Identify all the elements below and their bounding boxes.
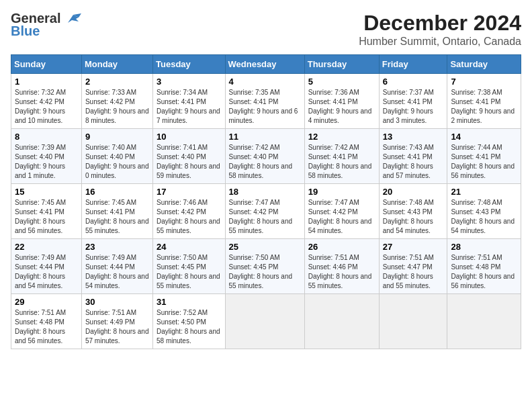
- day-info: Sunrise: 7:35 AMSunset: 4:41 PMDaylight:…: [229, 89, 298, 124]
- col-wednesday: Wednesday: [225, 55, 304, 74]
- day-info: Sunrise: 7:51 AMSunset: 4:46 PMDaylight:…: [308, 254, 372, 289]
- day-number: 13: [383, 132, 444, 142]
- day-info: Sunrise: 7:51 AMSunset: 4:48 PMDaylight:…: [451, 254, 515, 289]
- calendar-title-area: December 2024 Humber Summit, Ontario, Ca…: [359, 11, 521, 48]
- day-info: Sunrise: 7:50 AMSunset: 4:45 PMDaylight:…: [157, 254, 220, 289]
- day-number: 14: [451, 132, 517, 142]
- table-row: 25 Sunrise: 7:50 AMSunset: 4:45 PMDaylig…: [225, 239, 304, 294]
- day-number: 28: [451, 242, 517, 252]
- table-row: 29 Sunrise: 7:51 AMSunset: 4:48 PMDaylig…: [11, 294, 82, 349]
- table-row: 27 Sunrise: 7:51 AMSunset: 4:47 PMDaylig…: [379, 239, 447, 294]
- day-number: 15: [15, 187, 78, 197]
- table-row: [447, 294, 521, 349]
- table-row: 8 Sunrise: 7:39 AMSunset: 4:40 PMDayligh…: [11, 129, 82, 184]
- table-row: 18 Sunrise: 7:47 AMSunset: 4:42 PMDaylig…: [225, 184, 304, 239]
- day-number: 9: [85, 132, 149, 142]
- day-info: Sunrise: 7:43 AMSunset: 4:41 PMDaylight:…: [383, 144, 434, 179]
- table-row: 7 Sunrise: 7:38 AMSunset: 4:41 PMDayligh…: [447, 74, 521, 129]
- day-info: Sunrise: 7:32 AMSunset: 4:42 PMDaylight:…: [15, 89, 66, 124]
- table-row: 20 Sunrise: 7:48 AMSunset: 4:43 PMDaylig…: [379, 184, 447, 239]
- day-number: 10: [157, 132, 221, 142]
- calendar-row: 1 Sunrise: 7:32 AMSunset: 4:42 PMDayligh…: [11, 74, 521, 129]
- day-number: 30: [85, 297, 149, 307]
- logo-blue: Blue: [11, 24, 40, 39]
- col-sunday: Sunday: [11, 55, 82, 74]
- day-number: 11: [229, 132, 301, 142]
- day-number: 16: [85, 187, 149, 197]
- table-row: [225, 294, 304, 349]
- day-info: Sunrise: 7:44 AMSunset: 4:41 PMDaylight:…: [451, 144, 515, 179]
- table-row: 31 Sunrise: 7:52 AMSunset: 4:50 PMDaylig…: [153, 294, 225, 349]
- table-row: 1 Sunrise: 7:32 AMSunset: 4:42 PMDayligh…: [11, 74, 82, 129]
- day-info: Sunrise: 7:39 AMSunset: 4:40 PMDaylight:…: [15, 144, 66, 179]
- day-number: 3: [157, 77, 221, 87]
- day-info: Sunrise: 7:42 AMSunset: 4:40 PMDaylight:…: [229, 144, 293, 179]
- col-tuesday: Tuesday: [153, 55, 225, 74]
- day-number: 24: [157, 242, 221, 252]
- table-row: 14 Sunrise: 7:44 AMSunset: 4:41 PMDaylig…: [447, 129, 521, 184]
- table-row: 2 Sunrise: 7:33 AMSunset: 4:42 PMDayligh…: [81, 74, 152, 129]
- day-number: 2: [85, 77, 149, 87]
- table-row: 21 Sunrise: 7:48 AMSunset: 4:43 PMDaylig…: [447, 184, 521, 239]
- calendar-row: 22 Sunrise: 7:49 AMSunset: 4:44 PMDaylig…: [11, 239, 521, 294]
- table-row: 12 Sunrise: 7:42 AMSunset: 4:41 PMDaylig…: [304, 129, 379, 184]
- day-info: Sunrise: 7:34 AMSunset: 4:41 PMDaylight:…: [157, 89, 220, 124]
- day-number: 6: [383, 77, 444, 87]
- table-row: 3 Sunrise: 7:34 AMSunset: 4:41 PMDayligh…: [153, 74, 225, 129]
- day-number: 18: [229, 187, 301, 197]
- calendar-row: 29 Sunrise: 7:51 AMSunset: 4:48 PMDaylig…: [11, 294, 521, 349]
- day-info: Sunrise: 7:51 AMSunset: 4:47 PMDaylight:…: [383, 254, 434, 289]
- day-info: Sunrise: 7:38 AMSunset: 4:41 PMDaylight:…: [451, 89, 515, 124]
- table-row: 16 Sunrise: 7:45 AMSunset: 4:41 PMDaylig…: [81, 184, 152, 239]
- table-row: 15 Sunrise: 7:45 AMSunset: 4:41 PMDaylig…: [11, 184, 82, 239]
- day-number: 19: [308, 187, 375, 197]
- calendar-row: 15 Sunrise: 7:45 AMSunset: 4:41 PMDaylig…: [11, 184, 521, 239]
- table-row: 5 Sunrise: 7:36 AMSunset: 4:41 PMDayligh…: [304, 74, 379, 129]
- day-info: Sunrise: 7:45 AMSunset: 4:41 PMDaylight:…: [15, 199, 66, 234]
- page-header: General Blue December 2024 Humber Summit…: [11, 11, 521, 48]
- day-info: Sunrise: 7:36 AMSunset: 4:41 PMDaylight:…: [308, 89, 372, 124]
- table-row: 26 Sunrise: 7:51 AMSunset: 4:46 PMDaylig…: [304, 239, 379, 294]
- day-number: 25: [229, 242, 301, 252]
- calendar-header-row: Sunday Monday Tuesday Wednesday Thursday…: [11, 55, 521, 74]
- col-monday: Monday: [81, 55, 152, 74]
- day-info: Sunrise: 7:47 AMSunset: 4:42 PMDaylight:…: [229, 199, 293, 234]
- day-number: 12: [308, 132, 375, 142]
- day-info: Sunrise: 7:40 AMSunset: 4:40 PMDaylight:…: [85, 144, 149, 179]
- day-info: Sunrise: 7:41 AMSunset: 4:40 PMDaylight:…: [157, 144, 220, 179]
- day-number: 26: [308, 242, 375, 252]
- day-info: Sunrise: 7:52 AMSunset: 4:50 PMDaylight:…: [157, 309, 220, 345]
- day-number: 5: [308, 77, 375, 87]
- day-info: Sunrise: 7:46 AMSunset: 4:42 PMDaylight:…: [157, 199, 220, 234]
- day-number: 29: [15, 297, 78, 307]
- day-info: Sunrise: 7:45 AMSunset: 4:41 PMDaylight:…: [85, 199, 149, 234]
- day-info: Sunrise: 7:49 AMSunset: 4:44 PMDaylight:…: [15, 254, 66, 289]
- calendar-row: 8 Sunrise: 7:39 AMSunset: 4:40 PMDayligh…: [11, 129, 521, 184]
- table-row: 22 Sunrise: 7:49 AMSunset: 4:44 PMDaylig…: [11, 239, 82, 294]
- day-number: 21: [451, 187, 517, 197]
- day-number: 7: [451, 77, 517, 87]
- day-number: 31: [157, 297, 221, 307]
- day-info: Sunrise: 7:48 AMSunset: 4:43 PMDaylight:…: [383, 199, 434, 234]
- day-info: Sunrise: 7:51 AMSunset: 4:49 PMDaylight:…: [85, 309, 149, 345]
- table-row: 9 Sunrise: 7:40 AMSunset: 4:40 PMDayligh…: [81, 129, 152, 184]
- day-info: Sunrise: 7:37 AMSunset: 4:41 PMDaylight:…: [383, 89, 434, 124]
- day-number: 8: [15, 132, 78, 142]
- col-thursday: Thursday: [304, 55, 379, 74]
- col-saturday: Saturday: [447, 55, 521, 74]
- day-info: Sunrise: 7:47 AMSunset: 4:42 PMDaylight:…: [308, 199, 372, 234]
- table-row: 30 Sunrise: 7:51 AMSunset: 4:49 PMDaylig…: [81, 294, 152, 349]
- table-row: 28 Sunrise: 7:51 AMSunset: 4:48 PMDaylig…: [447, 239, 521, 294]
- table-row: 11 Sunrise: 7:42 AMSunset: 4:40 PMDaylig…: [225, 129, 304, 184]
- day-number: 27: [383, 242, 444, 252]
- table-row: 17 Sunrise: 7:46 AMSunset: 4:42 PMDaylig…: [153, 184, 225, 239]
- table-row: 23 Sunrise: 7:49 AMSunset: 4:44 PMDaylig…: [81, 239, 152, 294]
- day-info: Sunrise: 7:49 AMSunset: 4:44 PMDaylight:…: [85, 254, 149, 289]
- day-number: 22: [15, 242, 78, 252]
- day-info: Sunrise: 7:48 AMSunset: 4:43 PMDaylight:…: [451, 199, 515, 234]
- table-row: 10 Sunrise: 7:41 AMSunset: 4:40 PMDaylig…: [153, 129, 225, 184]
- logo: General Blue: [11, 11, 81, 39]
- logo-bird-icon: [62, 12, 81, 26]
- day-number: 4: [229, 77, 301, 87]
- calendar-title: December 2024: [359, 11, 521, 36]
